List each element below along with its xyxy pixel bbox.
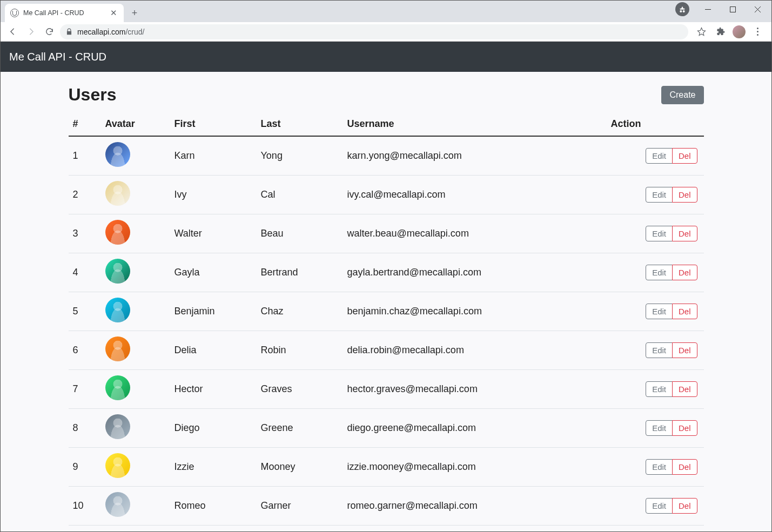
avatar bbox=[105, 375, 130, 400]
cell-first: Delia bbox=[170, 331, 257, 370]
cell-last: Bertrand bbox=[257, 253, 343, 292]
cell-username: benjamin.chaz@mecallapi.com bbox=[343, 292, 607, 331]
col-header-first: First bbox=[170, 112, 257, 136]
table-row: 3WalterBeauwalter.beau@mecallapi.comEdit… bbox=[69, 214, 704, 253]
cell-index: 2 bbox=[69, 176, 101, 214]
cell-first: Karn bbox=[170, 136, 257, 176]
cell-username: diego.greene@mecallapi.com bbox=[343, 409, 607, 448]
table-row: 5BenjaminChazbenjamin.chaz@mecallapi.com… bbox=[69, 292, 704, 331]
cell-action: EditDel bbox=[607, 253, 704, 292]
delete-button[interactable]: Del bbox=[672, 265, 697, 280]
col-header-action: Action bbox=[607, 112, 704, 136]
cell-username: walter.beau@mecallapi.com bbox=[343, 214, 607, 253]
delete-button[interactable]: Del bbox=[672, 148, 697, 164]
edit-button[interactable]: Edit bbox=[646, 148, 673, 164]
delete-button[interactable]: Del bbox=[672, 187, 697, 203]
cell-action: EditDel bbox=[607, 487, 704, 526]
browser-tab-strip: Me Call API - CRUD ✕ + bbox=[1, 1, 771, 22]
cell-avatar bbox=[101, 292, 170, 331]
forward-button bbox=[23, 24, 38, 39]
table-row: 7HectorGraveshector.graves@mecallapi.com… bbox=[69, 370, 704, 409]
edit-button[interactable]: Edit bbox=[646, 420, 673, 436]
new-tab-button[interactable]: + bbox=[127, 5, 142, 21]
window-minimize-button[interactable] bbox=[696, 1, 720, 17]
reload-button[interactable] bbox=[42, 24, 57, 39]
window-close-button[interactable] bbox=[746, 1, 769, 17]
cell-index: 9 bbox=[69, 448, 101, 487]
col-header-index: # bbox=[69, 112, 101, 136]
edit-button[interactable]: Edit bbox=[646, 187, 673, 203]
url-host: mecallapi.com bbox=[77, 28, 125, 36]
table-row: 8DiegoGreenediego.greene@mecallapi.comEd… bbox=[69, 409, 704, 448]
cell-index: 5 bbox=[69, 292, 101, 331]
extensions-icon[interactable] bbox=[713, 24, 728, 39]
cell-first: Walter bbox=[170, 214, 257, 253]
cell-avatar bbox=[101, 136, 170, 176]
avatar bbox=[105, 220, 130, 245]
cell-last: Garner bbox=[257, 487, 343, 526]
create-button[interactable]: Create bbox=[661, 86, 703, 104]
bookmark-star-icon[interactable] bbox=[694, 24, 709, 39]
cell-avatar bbox=[101, 331, 170, 370]
cell-index: 10 bbox=[69, 487, 101, 526]
cell-username: delia.robin@mecallapi.com bbox=[343, 331, 607, 370]
cell-avatar bbox=[101, 448, 170, 487]
browser-toolbar: mecallapi.com/crud/ bbox=[1, 22, 771, 42]
address-bar[interactable]: mecallapi.com/crud/ bbox=[60, 24, 688, 39]
cell-index: 4 bbox=[69, 253, 101, 292]
table-row: 10RomeoGarnerromeo.garner@mecallapi.comE… bbox=[69, 487, 704, 526]
cell-last: Yong bbox=[257, 136, 343, 176]
cell-index: 1 bbox=[69, 136, 101, 176]
edit-button[interactable]: Edit bbox=[646, 226, 673, 241]
delete-button[interactable]: Del bbox=[672, 304, 697, 319]
cell-avatar bbox=[101, 253, 170, 292]
cell-action: EditDel bbox=[607, 292, 704, 331]
delete-button[interactable]: Del bbox=[672, 381, 697, 397]
profile-avatar-icon[interactable] bbox=[733, 25, 746, 38]
close-tab-icon[interactable]: ✕ bbox=[109, 8, 118, 18]
back-button[interactable] bbox=[5, 24, 20, 39]
navbar-brand: Me Call API - CRUD bbox=[9, 51, 106, 63]
cell-last: Cal bbox=[257, 176, 343, 214]
cell-first: Gayla bbox=[170, 253, 257, 292]
delete-button[interactable]: Del bbox=[672, 459, 697, 475]
table-row: 1KarnYongkarn.yong@mecallapi.comEditDel bbox=[69, 136, 704, 176]
edit-button[interactable]: Edit bbox=[646, 381, 673, 397]
cell-avatar bbox=[101, 409, 170, 448]
window-maximize-button[interactable] bbox=[721, 1, 744, 17]
cell-avatar bbox=[101, 176, 170, 214]
table-row: 4GaylaBertrandgayla.bertrand@mecallapi.c… bbox=[69, 253, 704, 292]
avatar bbox=[105, 336, 130, 361]
col-header-avatar: Avatar bbox=[101, 112, 170, 136]
avatar bbox=[105, 181, 130, 206]
svg-rect-1 bbox=[730, 6, 735, 12]
cell-username: gayla.bertrand@mecallapi.com bbox=[343, 253, 607, 292]
cell-first: Diego bbox=[170, 409, 257, 448]
profile-indicator-icon[interactable] bbox=[675, 2, 689, 16]
avatar bbox=[105, 298, 130, 322]
delete-button[interactable]: Del bbox=[672, 420, 697, 436]
table-row: 2IvyCalivy.cal@mecallapi.comEditDel bbox=[69, 176, 704, 214]
browser-tab[interactable]: Me Call API - CRUD ✕ bbox=[5, 4, 124, 22]
cell-first: Romeo bbox=[170, 487, 257, 526]
edit-button[interactable]: Edit bbox=[646, 265, 673, 280]
edit-button[interactable]: Edit bbox=[646, 498, 673, 514]
col-header-username: Username bbox=[343, 112, 607, 136]
cell-action: EditDel bbox=[607, 409, 704, 448]
lock-icon bbox=[65, 28, 73, 36]
url-path: /crud/ bbox=[125, 28, 144, 36]
browser-menu-button[interactable] bbox=[750, 24, 765, 39]
delete-button[interactable]: Del bbox=[672, 498, 697, 514]
edit-button[interactable]: Edit bbox=[646, 304, 673, 319]
delete-button[interactable]: Del bbox=[672, 342, 697, 358]
globe-icon bbox=[10, 9, 19, 17]
cell-index: 7 bbox=[69, 370, 101, 409]
edit-button[interactable]: Edit bbox=[646, 459, 673, 475]
cell-action: EditDel bbox=[607, 214, 704, 253]
cell-action: EditDel bbox=[607, 331, 704, 370]
edit-button[interactable]: Edit bbox=[646, 342, 673, 358]
cell-first: Izzie bbox=[170, 448, 257, 487]
cell-username: karn.yong@mecallapi.com bbox=[343, 136, 607, 176]
avatar bbox=[105, 453, 130, 478]
delete-button[interactable]: Del bbox=[672, 226, 697, 241]
